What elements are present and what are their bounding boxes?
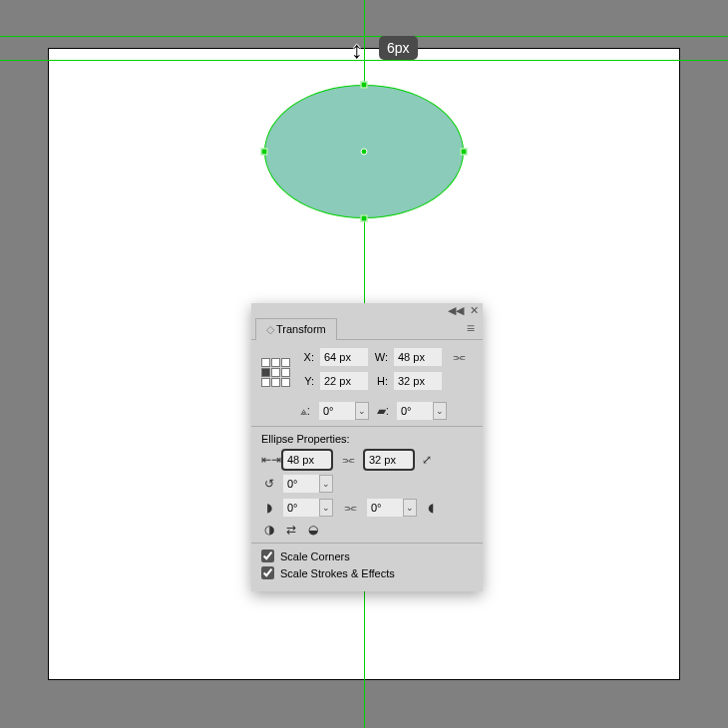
link-ellipse-icon[interactable]: ⫘ <box>337 452 359 468</box>
rotate-dropdown[interactable]: ⌄ <box>355 402 369 420</box>
pie-end-icon: ◖ <box>423 501 439 515</box>
pie-b-input[interactable] <box>367 499 403 517</box>
transform-panel: ◀◀ ✕ ◇Transform ≡ X: W: ⫘ Y: <box>251 303 483 591</box>
reset-pie-icon[interactable]: ◒ <box>305 523 321 537</box>
pie-a-input[interactable] <box>283 499 319 517</box>
collapse-icon[interactable]: ◀◀ <box>448 304 464 317</box>
pie-start-input[interactable] <box>283 475 319 493</box>
anchor-bottom[interactable] <box>361 215 368 222</box>
rotate-icon: ⟁: <box>297 404 313 418</box>
ellipse-properties-label: Ellipse Properties: <box>261 433 473 445</box>
anchor-top[interactable] <box>361 82 368 89</box>
anchor-left[interactable] <box>261 149 268 156</box>
y-label: Y: <box>300 375 314 387</box>
x-input[interactable] <box>320 348 368 366</box>
swap-icon[interactable]: ⇄ <box>283 523 299 537</box>
pie-a-dropdown[interactable]: ⌄ <box>319 499 333 517</box>
ellipse-height-icon: ⤢ <box>419 453 435 467</box>
panel-title: Transform <box>276 323 326 335</box>
ellipse-width-icon: ⇤⇥ <box>261 453 277 467</box>
reference-point-grid[interactable] <box>261 358 290 387</box>
scale-corners-checkbox[interactable]: Scale Corners <box>261 549 473 562</box>
x-label: X: <box>300 351 314 363</box>
w-label: W: <box>374 351 388 363</box>
measurement-tooltip: 6px <box>379 36 418 60</box>
link-pie-icon[interactable]: ⫘ <box>339 500 361 516</box>
pie-b-dropdown[interactable]: ⌄ <box>403 499 417 517</box>
pie-rotate-icon: ↺ <box>261 477 277 491</box>
close-icon[interactable]: ✕ <box>470 304 479 317</box>
h-input[interactable] <box>394 372 442 390</box>
link-wh-icon[interactable]: ⫘ <box>448 349 470 365</box>
ellipse-height-input[interactable] <box>365 451 413 469</box>
shear-input[interactable] <box>397 402 433 420</box>
scale-strokes-checkbox[interactable]: Scale Strokes & Effects <box>261 566 473 579</box>
y-input[interactable] <box>320 372 368 390</box>
scale-corners-label: Scale Corners <box>280 550 350 562</box>
shear-icon: ▰: <box>375 404 391 418</box>
pie-start-icon: ◗ <box>261 501 277 515</box>
anchor-center[interactable] <box>361 149 368 156</box>
anchor-right[interactable] <box>461 149 468 156</box>
tab-transform[interactable]: ◇Transform <box>255 318 337 340</box>
pie-start-dropdown[interactable]: ⌄ <box>319 475 333 493</box>
shear-dropdown[interactable]: ⌄ <box>433 402 447 420</box>
w-input[interactable] <box>394 348 442 366</box>
h-label: H: <box>374 375 388 387</box>
ellipse-width-input[interactable] <box>283 451 331 469</box>
resize-cursor-icon: ↕ <box>351 36 363 64</box>
rotate-input[interactable] <box>319 402 355 420</box>
panel-menu-icon[interactable]: ≡ <box>459 320 483 336</box>
scale-strokes-label: Scale Strokes & Effects <box>280 567 395 579</box>
invert-pie-icon[interactable]: ◑ <box>261 523 277 537</box>
